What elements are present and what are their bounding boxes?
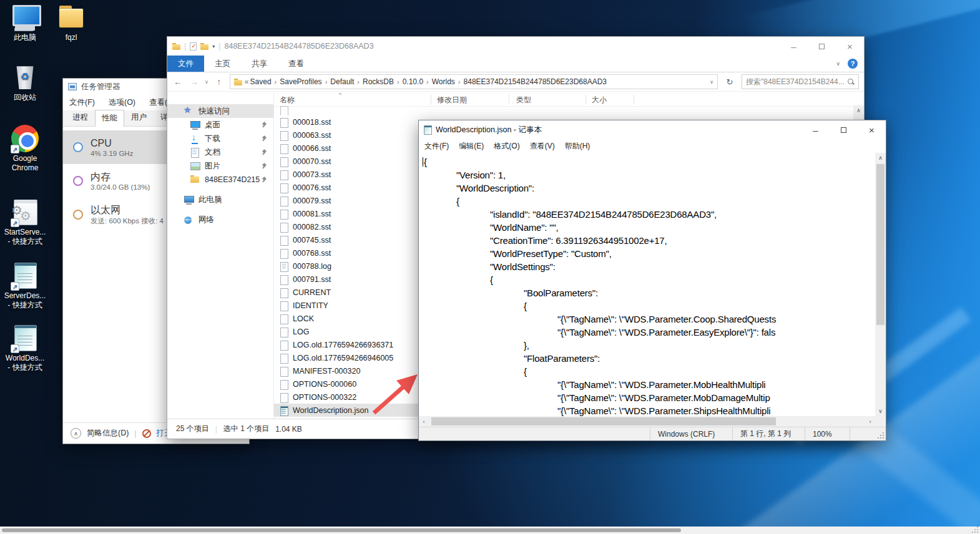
minimize-button[interactable]: – [801,120,830,139]
search-icon[interactable] [848,79,855,85]
file-row[interactable]: 000081.sst [274,207,421,220]
ribbon-tab[interactable]: 查看 [278,56,315,72]
sidebar-item[interactable]: 848EE374D215 [167,173,273,187]
menu-item[interactable]: 文件(F) [424,141,449,152]
back-button[interactable]: ← [172,77,184,87]
file-row[interactable]: LOG.old.1776594266936371 [274,338,421,351]
explorer-titlebar[interactable]: | ▾ | 848EE374D2154B244785D6E23D68AAD3 –… [167,37,864,56]
file-row[interactable]: 000788.log [274,260,421,273]
column-divider[interactable] [509,94,509,105]
column-divider[interactable] [431,94,431,105]
column-header-name[interactable]: 名称 [280,95,295,105]
refresh-icon[interactable]: ↻ [723,77,737,87]
column-divider[interactable] [586,94,586,105]
file-row[interactable]: LOCK [274,312,421,325]
file-row[interactable]: 000082.sst [274,220,421,233]
summary-toggle[interactable]: 简略信息(D) [87,428,129,439]
task-manager-tab[interactable]: 进程 [66,109,95,126]
breadcrumb[interactable]: « Saved › SaveProfiles › Default › [230,74,718,89]
qat-dropdown-icon[interactable]: ▾ [212,44,215,49]
file-row[interactable]: 000791.sst [274,273,421,286]
collapse-circle-icon[interactable]: ∧ [71,428,81,439]
help-icon[interactable]: ? [848,59,858,69]
breadcrumb-item[interactable]: SaveProfiles [278,77,323,86]
up-button[interactable]: ↑ [213,77,225,87]
breadcrumb-overflow-icon[interactable]: « [245,77,249,86]
desktop-icon[interactable]: fqzl [47,4,95,42]
file-row[interactable]: 000073.sst [274,168,421,181]
file-row[interactable]: IDENTITY [274,299,421,312]
menu-item[interactable]: 帮助(H) [565,141,590,152]
scroll-up-icon[interactable]: ∧ [853,105,864,115]
scroll-left-icon[interactable]: ‹ [419,416,429,427]
desktop-icon[interactable]: ServerDes... - 快捷方式 [1,262,49,310]
file-row[interactable]: 000018.sst [274,115,421,129]
sidebar-item[interactable]: 图片 [167,159,273,173]
address-dropdown-icon[interactable]: ∨ [710,79,713,85]
scroll-down-icon[interactable]: ∨ [875,406,886,416]
maximize-button[interactable] [830,120,858,139]
forward-button[interactable]: → [189,77,200,87]
ribbon-tab[interactable]: 主页 [204,56,241,72]
sidebar-item[interactable]: 文档 [167,145,273,159]
file-row[interactable]: CURRENT [274,286,421,299]
scrollbar-thumb[interactable] [2,528,681,532]
close-button[interactable]: × [858,120,886,139]
scroll-up-icon[interactable]: ∧ [875,153,886,163]
file-row[interactable]: 000768.sst [274,246,421,260]
file-row[interactable]: 000079.sst [274,194,421,207]
file-row[interactable]: 000066.sst [274,142,421,155]
breadcrumb-item[interactable]: Worlds [431,77,456,86]
breadcrumb-item[interactable]: Default [329,77,355,86]
menu-item[interactable]: 查看(V) [530,141,555,152]
search-input[interactable]: 搜索"848EE374D2154B244... [742,74,859,89]
breadcrumb-item[interactable]: RocksDB [361,77,395,86]
notepad-titlebar[interactable]: WorldDescription.json - 记事本 – × [419,120,886,139]
column-header-size[interactable]: 大小 [592,95,607,105]
menu-item[interactable]: 文件(F) [69,97,95,108]
history-dropdown-icon[interactable]: ∨ [205,79,208,85]
menu-item[interactable]: 选项(O) [109,97,135,108]
scrollbar-thumb[interactable] [431,417,776,425]
task-manager-tab[interactable]: 性能 [95,110,124,127]
menu-item[interactable]: 格式(O) [494,141,519,152]
file-row[interactable]: LOG [274,325,421,338]
vertical-scrollbar[interactable]: ∧ ∨ [875,153,886,416]
task-manager-tab[interactable]: 用户 [124,109,154,126]
file-row[interactable]: LOG.old.1776594266946005 [274,351,421,364]
scrollbar-thumb[interactable] [876,164,884,325]
ribbon-tab[interactable]: 文件 [167,56,204,72]
desktop-icon[interactable]: Google Chrome [1,125,49,173]
file-row[interactable]: 000076.sst [274,181,421,194]
resize-grip[interactable] [850,427,886,440]
sidebar-item[interactable]: 此电脑 [167,193,273,206]
outer-horizontal-scrollbar[interactable] [0,527,980,534]
ribbon-tab[interactable]: 共享 [241,56,278,72]
desktop-icon[interactable]: StartServe... - 快捷方式 [1,198,49,246]
desktop-icon[interactable]: WorldDes... - 快捷方式 [1,324,49,372]
desktop-icon[interactable]: 回收站 [1,64,49,102]
sidebar-item[interactable]: 快速访问 [167,104,273,118]
expand-ribbon-icon[interactable]: ∨ [836,61,840,67]
maximize-button[interactable] [808,37,836,56]
minimize-button[interactable]: – [780,37,808,56]
column-divider[interactable] [634,94,634,105]
scroll-right-icon[interactable]: › [865,416,875,427]
breadcrumb-item[interactable]: 0.10.0 [401,77,424,86]
breadcrumb-item[interactable]: Saved [249,77,273,86]
breadcrumb-item[interactable]: 848EE374D2154B244785D6E23D68AAD3 [463,77,609,86]
menu-item[interactable]: 编辑(E) [459,141,484,152]
file-row[interactable]: 000063.sst [274,129,421,142]
properties-icon[interactable] [190,42,197,51]
column-header-type[interactable]: 类型 [516,95,531,105]
sidebar-item[interactable]: 桌面 [167,118,273,132]
column-header-modified[interactable]: 修改日期 [437,95,467,105]
file-row[interactable]: 000070.sst [274,155,421,168]
notepad-text-area[interactable]: { "Version": 1, "WorldDescription": { "i… [419,153,875,416]
sidebar-item[interactable]: 网络 [167,213,273,226]
sidebar-item[interactable]: 下载 [167,132,273,145]
new-folder-icon[interactable] [200,43,208,50]
file-row[interactable] [274,105,421,115]
desktop-icon[interactable]: 此电脑 [1,4,49,42]
close-button[interactable]: × [836,37,864,56]
